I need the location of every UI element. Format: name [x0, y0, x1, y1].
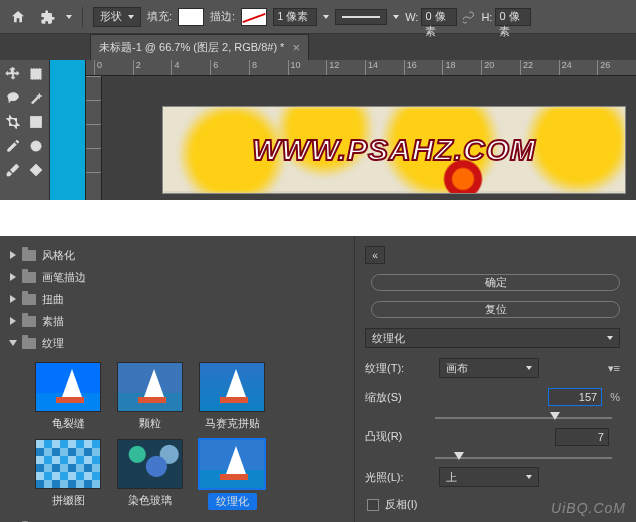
triangle-right-icon: [10, 273, 16, 281]
link-icon[interactable]: [463, 10, 475, 24]
width-input[interactable]: 0 像素: [421, 8, 457, 26]
category-artistic[interactable]: 艺术效果: [10, 518, 344, 522]
ruler-tick: 8: [249, 60, 288, 76]
fill-swatch[interactable]: [178, 8, 204, 26]
collapse-button[interactable]: «: [365, 246, 385, 264]
white-gap: [0, 200, 636, 236]
triangle-right-icon: [10, 295, 16, 303]
healing-tool[interactable]: [25, 158, 48, 182]
svg-rect-0: [30, 69, 41, 80]
ruler-tick: 12: [326, 60, 365, 76]
ruler-tick: 24: [559, 60, 598, 76]
ruler-horizontal[interactable]: 02468101214161820222426: [86, 60, 636, 76]
scale-label: 缩放(S): [365, 390, 431, 405]
filter-options-pane: « 确定 复位 纹理化 纹理(T): 画布 ▾≡ 缩放(S) 157 %: [354, 236, 636, 522]
height-label: H:: [481, 11, 492, 23]
home-icon[interactable]: [6, 5, 30, 29]
category-stylize[interactable]: 风格化: [10, 244, 344, 266]
wand-tool[interactable]: [25, 86, 48, 110]
relief-input[interactable]: 7: [555, 428, 609, 446]
frame-tool[interactable]: [25, 110, 48, 134]
filter-thumb-texturizer[interactable]: 纹理化: [196, 439, 268, 510]
filter-thumb-grain[interactable]: 颗粒: [114, 362, 186, 431]
category-label: 画笔描边: [42, 270, 86, 285]
category-distort[interactable]: 扭曲: [10, 288, 344, 310]
document-tab[interactable]: 未标题-1 @ 66.7% (图层 2, RGB/8#) * ×: [90, 34, 309, 60]
category-sketch[interactable]: 素描: [10, 310, 344, 332]
thumb-label: 染色玻璃: [128, 493, 172, 508]
scale-input[interactable]: 157: [548, 388, 602, 406]
stroke-swatch[interactable]: [241, 8, 267, 26]
stroke-width-input[interactable]: 1 像素: [273, 8, 317, 26]
plugins-icon[interactable]: [36, 5, 60, 29]
width-label: W:: [405, 11, 418, 23]
light-select[interactable]: 上: [439, 467, 539, 487]
move-tool[interactable]: [2, 62, 25, 86]
toolbox: [0, 60, 50, 200]
category-brush[interactable]: 画笔描边: [10, 266, 344, 288]
relief-slider[interactable]: [435, 452, 620, 458]
chevron-down-icon: [526, 366, 532, 370]
thumb-label: 颗粒: [139, 416, 161, 431]
invert-label: 反相(I): [385, 497, 417, 512]
canvas-watermark-text: WWW.PSAHZ.COM: [252, 133, 536, 167]
thumb-label: 纹理化: [208, 493, 257, 510]
fill-label: 填充:: [147, 9, 172, 24]
ruler-tick: 4: [171, 60, 210, 76]
site-watermark: UiBQ.CoM: [551, 500, 626, 516]
filter-thumb-stained-glass[interactable]: 染色玻璃: [114, 439, 186, 510]
crop-tool[interactable]: [2, 110, 25, 134]
light-label: 光照(L):: [365, 470, 431, 485]
height-input[interactable]: 0 像素: [495, 8, 531, 26]
ruler-tick: 20: [481, 60, 520, 76]
load-texture-icon[interactable]: ▾≡: [608, 362, 620, 375]
texture-select[interactable]: 画布: [439, 358, 539, 378]
filter-thumb-craquelure[interactable]: 龟裂缝: [32, 362, 104, 431]
scale-slider[interactable]: [435, 412, 620, 418]
current-filter-select[interactable]: 纹理化: [365, 328, 620, 348]
canvas-preview: WWW.PSAHZ.COM: [162, 106, 626, 194]
chevron-down-icon: [607, 336, 613, 340]
stroke-style-select[interactable]: [335, 9, 387, 25]
lasso-tool[interactable]: [2, 86, 25, 110]
category-texture[interactable]: 纹理: [10, 332, 344, 354]
ruler-tick: 26: [597, 60, 636, 76]
chevron-down-icon[interactable]: [66, 15, 72, 19]
ruler-tick: 10: [288, 60, 327, 76]
chevron-down-icon: [128, 15, 134, 19]
ruler-tick: 22: [520, 60, 559, 76]
scale-unit: %: [610, 391, 620, 403]
folder-icon: [22, 272, 36, 283]
folder-icon: [22, 338, 36, 349]
close-icon[interactable]: ×: [292, 40, 300, 55]
ruler-tick: 6: [210, 60, 249, 76]
solid-line-icon: [342, 16, 380, 18]
document-viewport[interactable]: WWW.PSAHZ.COM: [102, 76, 636, 200]
ruler-vertical[interactable]: [86, 76, 102, 200]
chevron-down-icon[interactable]: [323, 15, 329, 19]
eyedropper-tool[interactable]: [2, 134, 25, 158]
filter-category-tree[interactable]: 风格化 画笔描边 扭曲 素描 纹理 龟裂缝 颗粒 马赛克拼贴 拼缀图: [0, 236, 354, 522]
ruler-tick: 0: [94, 60, 133, 76]
reset-button[interactable]: 复位: [371, 301, 620, 318]
marquee-tool[interactable]: [25, 62, 48, 86]
thumb-label: 马赛克拼贴: [205, 416, 260, 431]
relief-label: 凸现(R): [365, 429, 431, 444]
separator: [82, 7, 83, 27]
shape-mode-select[interactable]: 形状: [93, 7, 141, 27]
brush-tool[interactable]: [2, 158, 25, 182]
chevron-down-icon[interactable]: [393, 15, 399, 19]
shape-mode-label: 形状: [100, 9, 122, 24]
filter-thumb-mosaic[interactable]: 马赛克拼贴: [196, 362, 268, 431]
triangle-right-icon: [10, 251, 16, 259]
texture-label: 纹理(T):: [365, 361, 431, 376]
category-label: 素描: [42, 314, 64, 329]
invert-checkbox[interactable]: [367, 499, 379, 511]
ruler-tick: 18: [442, 60, 481, 76]
triangle-right-icon: [10, 317, 16, 325]
filter-thumb-patchwork[interactable]: 拼缀图: [32, 439, 104, 510]
marquee-ellipse-tool[interactable]: [25, 134, 48, 158]
dock-edge: [50, 60, 86, 200]
ok-button[interactable]: 确定: [371, 274, 620, 291]
folder-icon: [22, 250, 36, 261]
